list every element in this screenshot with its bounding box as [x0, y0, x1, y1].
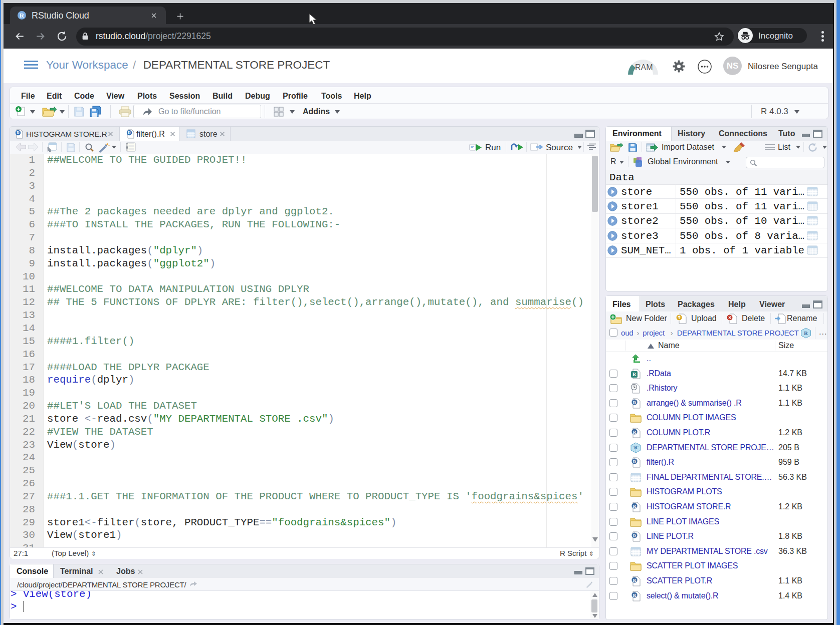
svg-text:R: R [633, 400, 637, 405]
svg-text:R: R [633, 372, 637, 377]
svg-text:R: R [128, 130, 131, 135]
svg-text:R: R [633, 533, 637, 538]
svg-text:R: R [633, 459, 637, 464]
svg-text:R: R [17, 130, 20, 135]
svg-text:R: R [634, 444, 638, 450]
svg-text:R: R [804, 330, 808, 336]
svg-text:R: R [633, 504, 637, 509]
svg-text:R: R [633, 578, 637, 583]
svg-text:R: R [633, 430, 637, 435]
svg-text:R: R [633, 592, 637, 597]
